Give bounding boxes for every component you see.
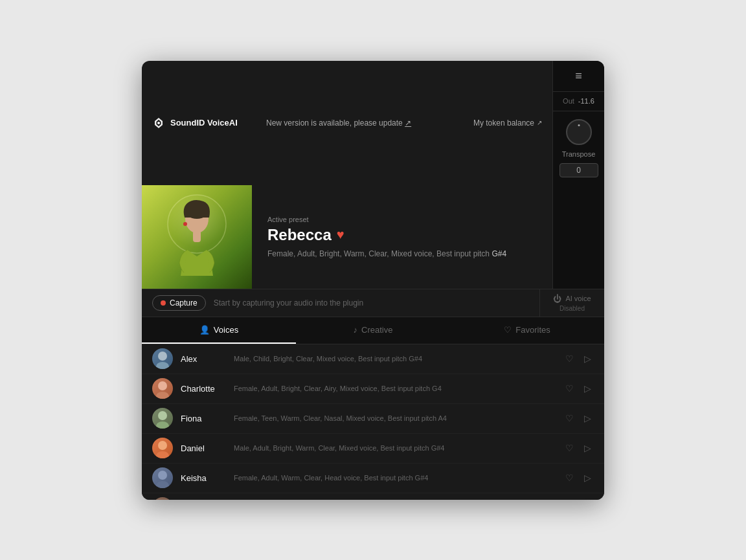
voice-row-daniel[interactable]: Daniel Male, Adult, Bright, Warm, Clear,… — [142, 434, 604, 464]
voice-row-alex[interactable]: Alex Male, Child, Bright, Clear, Mixed v… — [142, 344, 604, 374]
token-arrow-icon: ↗ — [537, 119, 542, 126]
capture-dot-icon — [161, 300, 166, 306]
tab-voices[interactable]: 👤 Voices — [142, 317, 296, 344]
pitch-highlight: G#4 — [492, 249, 506, 258]
svg-point-13 — [158, 441, 167, 450]
capture-button[interactable]: Capture — [152, 295, 206, 311]
favorites-tab-icon: ♡ — [504, 325, 512, 335]
out-value: -11.6 — [578, 97, 594, 105]
soundid-logo-icon — [152, 117, 165, 129]
voice-actions-daniel: ♡ ▷ — [563, 440, 594, 456]
transpose-label: Transpose — [562, 150, 596, 158]
capture-hint: Start by capturing your audio into the p… — [214, 298, 363, 308]
heart-icon-fiona[interactable]: ♡ — [563, 410, 576, 426]
tab-favorites[interactable]: ♡ Favorites — [450, 317, 604, 344]
voice-row-keisha-1[interactable]: Keisha Female, Adult, Warm, Clear, Head … — [142, 464, 604, 493]
svg-point-10 — [156, 392, 169, 399]
svg-point-6 — [183, 222, 187, 226]
voice-name-daniel: Daniel — [181, 443, 226, 453]
voices-tab-icon: 👤 — [199, 325, 210, 335]
voice-row-keisha-2[interactable]: Keisha Female, Adult, Warm, Airy, Mixed … — [142, 493, 604, 500]
svg-point-11 — [158, 411, 167, 420]
voice-tags-daniel: Male, Adult, Bright, Warm, Clear, Mixed … — [234, 444, 563, 452]
logo-text: SoundID VoiceAI — [170, 118, 238, 128]
artist-info: Active preset Rebecca ♥ Female, Adult, B… — [252, 185, 552, 289]
preset-heart-icon[interactable]: ♥ — [337, 227, 345, 242]
svg-point-7 — [158, 352, 167, 361]
capture-bar: Capture Start by capturing your audio in… — [142, 289, 604, 317]
app-window: SoundID VoiceAI New version is available… — [142, 61, 604, 500]
svg-point-16 — [156, 481, 169, 488]
voice-tags-charlotte: Female, Adult, Bright, Clear, Airy, Mixe… — [234, 385, 563, 392]
svg-point-15 — [158, 471, 167, 480]
play-icon-charlotte[interactable]: ▷ — [582, 381, 594, 396]
avatar-keisha-1 — [152, 467, 173, 488]
svg-point-0 — [157, 122, 160, 124]
voice-row-fiona[interactable]: Fiona Female, Teen, Warm, Clear, Nasal, … — [142, 404, 604, 434]
power-icon: ⏻ — [553, 294, 561, 304]
artist-illustration — [142, 185, 252, 289]
voice-name-charlotte: Charlotte — [181, 384, 226, 394]
artist-section: Active preset Rebecca ♥ Female, Adult, B… — [142, 185, 552, 289]
heart-icon-daniel[interactable]: ♡ — [563, 440, 576, 456]
avatar-fiona — [152, 408, 173, 429]
heart-icon-alex[interactable]: ♡ — [563, 351, 576, 366]
top-bar-container: SoundID VoiceAI New version is available… — [142, 61, 604, 185]
voice-row-charlotte[interactable]: Charlotte Female, Adult, Bright, Clear, … — [142, 374, 604, 404]
heart-icon-charlotte[interactable]: ♡ — [563, 381, 576, 396]
voice-name-alex: Alex — [181, 354, 226, 364]
ai-voice-status: Disabled — [560, 305, 585, 312]
menu-button[interactable]: ≡ — [553, 61, 604, 92]
active-preset-label: Active preset — [267, 216, 537, 223]
voice-actions-charlotte: ♡ ▷ — [563, 381, 594, 396]
tab-creative[interactable]: ♪ Creative — [296, 317, 450, 344]
svg-point-12 — [156, 421, 169, 429]
artist-area-container: Active preset Rebecca ♥ Female, Adult, B… — [142, 185, 604, 289]
play-icon-fiona[interactable]: ▷ — [582, 410, 594, 426]
avatar-alex — [152, 348, 173, 369]
avatar-charlotte — [152, 378, 173, 399]
capture-section: Capture Start by capturing your audio in… — [142, 295, 539, 311]
out-display: Out -11.6 — [553, 92, 604, 111]
voice-name-fiona: Fiona — [181, 414, 226, 423]
right-column: ≡ Out -11.6 Transpose — [552, 61, 604, 185]
ai-voice-section: ⏻ AI voice Disabled — [539, 289, 604, 317]
voice-name-keisha-1: Keisha — [181, 473, 226, 483]
header-logo: SoundID VoiceAI — [152, 117, 256, 129]
menu-icon: ≡ — [575, 69, 582, 83]
svg-point-9 — [158, 381, 167, 390]
avatar-daniel — [152, 438, 173, 458]
play-icon-alex[interactable]: ▷ — [582, 351, 594, 366]
artist-tags: Female, Adult, Bright, Warm, Clear, Mixe… — [267, 249, 537, 258]
token-balance[interactable]: My token balance ↗ — [473, 118, 542, 128]
voice-actions-keisha-1: ♡ ▷ — [563, 470, 594, 486]
transpose-input[interactable] — [560, 163, 598, 177]
heart-icon-keisha-1[interactable]: ♡ — [563, 470, 576, 486]
ai-voice-toggle[interactable]: ⏻ AI voice — [553, 294, 591, 304]
voice-actions-alex: ♡ ▷ — [563, 351, 594, 366]
update-link[interactable]: ↗ — [405, 118, 411, 128]
svg-point-8 — [156, 362, 169, 369]
svg-point-14 — [156, 451, 169, 458]
voice-tags-fiona: Female, Teen, Warm, Clear, Nasal, Mixed … — [234, 414, 563, 422]
out-label: Out — [563, 97, 574, 105]
avatar-keisha-2 — [152, 497, 173, 500]
top-bar-main: SoundID VoiceAI New version is available… — [142, 61, 552, 185]
transpose-knob[interactable] — [566, 119, 592, 145]
voice-tags-alex: Male, Child, Bright, Clear, Mixed voice,… — [234, 355, 563, 363]
artist-image — [142, 185, 252, 289]
creative-tab-icon: ♪ — [354, 325, 358, 335]
right-col-artist-area — [552, 185, 604, 289]
voices-list: Alex Male, Child, Bright, Clear, Mixed v… — [142, 344, 604, 500]
play-icon-daniel[interactable]: ▷ — [582, 440, 594, 456]
transpose-panel: Transpose — [553, 111, 604, 185]
voice-actions-fiona: ♡ ▷ — [563, 410, 594, 426]
svg-rect-5 — [193, 230, 201, 242]
tabs-bar: 👤 Voices ♪ Creative ♡ Favorites — [142, 317, 604, 344]
knob-indicator — [578, 124, 580, 126]
play-icon-keisha-1[interactable]: ▷ — [582, 470, 594, 486]
header-update: New version is available, please update … — [266, 118, 463, 128]
voice-tags-keisha-1: Female, Adult, Warm, Clear, Head voice, … — [234, 474, 563, 482]
artist-name: Rebecca ♥ — [267, 226, 537, 244]
